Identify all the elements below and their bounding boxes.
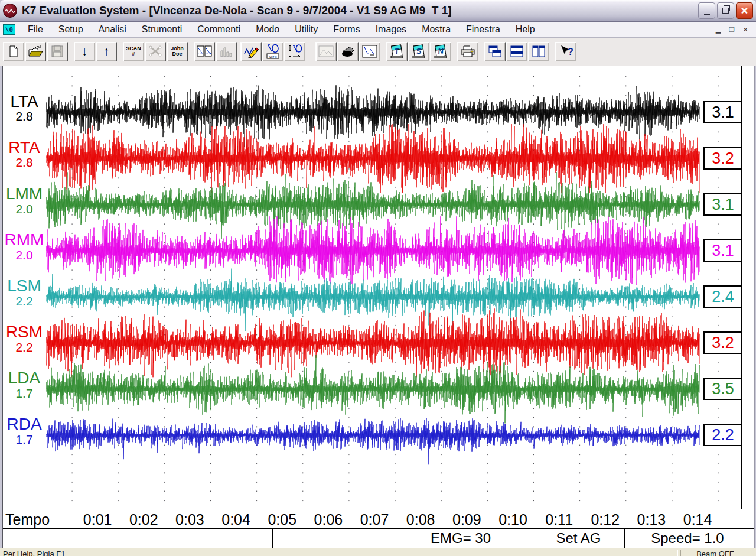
close-button[interactable]: ✕	[736, 2, 753, 19]
menu-item-images[interactable]: Images	[368, 23, 414, 36]
channel-label-lsm: LSM2.2	[3, 277, 45, 307]
mdi-minimize-button[interactable]: ▁	[714, 26, 722, 34]
annotate-button[interactable]	[240, 42, 262, 61]
dual-trace-view-button[interactable]	[194, 42, 215, 61]
notes-n-button[interactable]: N	[430, 42, 451, 61]
speed-setting: Speed= 1.0	[624, 530, 751, 547]
tile-vertical-icon	[532, 45, 546, 58]
notes-t-button[interactable]: T	[386, 42, 408, 61]
cut-button[interactable]	[145, 42, 166, 61]
mdi-window-controls: ▁ ❐ ✕	[714, 26, 753, 34]
channel-value-lmm: 3.1	[703, 193, 742, 216]
channel-value-rsm: 3.2	[703, 331, 742, 354]
scale-arrows-button[interactable]	[284, 42, 305, 61]
image-view-button[interactable]	[315, 42, 337, 61]
open-folder-icon	[28, 45, 43, 58]
scan-number-button[interactable]: SCAN#	[123, 42, 144, 61]
channel-value-rmm: 3.1	[703, 239, 742, 262]
waveform-rmm	[47, 216, 699, 285]
bar-graph-button[interactable]	[216, 42, 237, 61]
menu-item-finestra[interactable]: Finestra	[458, 23, 508, 36]
cascade-icon	[488, 45, 502, 58]
picture-icon	[318, 45, 334, 57]
time-tick-0-03: 0:03	[175, 511, 204, 528]
menu-item-help[interactable]: Help	[508, 23, 543, 36]
menu-item-analisi[interactable]: Analisi	[91, 23, 134, 36]
app-icon[interactable]	[3, 4, 17, 18]
time-tick-0-12: 0:12	[591, 511, 620, 528]
channel-value-rta: 3.2	[703, 147, 742, 170]
menubar: \0 FileSetupAnalisiStrumentiCommentiModo…	[0, 22, 756, 38]
mdi-restore-button[interactable]: ❐	[728, 26, 736, 34]
menu-item-strumenti[interactable]: Strumenti	[134, 23, 190, 36]
emg-setting: EMG= 30	[389, 530, 533, 547]
menu-item-utility[interactable]: Utility	[287, 23, 325, 36]
waveform-lta	[47, 85, 699, 147]
channel-value-lsm: 2.4	[703, 285, 742, 308]
titlebar: K7 Evaluation System - [Vincenza De-Noia…	[0, 0, 756, 22]
time-tick-0-07: 0:07	[360, 511, 389, 528]
waveform-lmm	[47, 172, 699, 239]
bar-chart-icon	[219, 45, 233, 57]
notes-s-button[interactable]: S	[408, 42, 429, 61]
open-button[interactable]	[25, 42, 46, 61]
waveform-rta	[47, 124, 699, 193]
new-button[interactable]	[3, 42, 24, 61]
tile-vertical-button[interactable]	[528, 42, 549, 61]
svg-text:VerT:: VerT:	[269, 55, 277, 58]
time-tick-0-11: 0:11	[545, 511, 573, 528]
time-tick-0-04: 0:04	[221, 511, 250, 528]
mdi-child-icon[interactable]: \0	[3, 24, 15, 35]
vertical-scale-button[interactable]: VerT:	[262, 42, 284, 61]
waveform-rsm	[47, 308, 699, 377]
minimize-button[interactable]	[698, 2, 715, 19]
channel-label-rsm: RSM2.2	[3, 323, 45, 353]
print-button[interactable]	[457, 42, 478, 61]
pencil-icon	[243, 45, 259, 58]
window-title: K7 Evaluation System - [Vincenza De-Noia…	[22, 4, 698, 17]
plot-area: Tempo 0:010:020:030:040:050:060:070:080:…	[2, 66, 755, 548]
channel-value-lda: 3.5	[703, 378, 742, 400]
menu-item-file[interactable]: File	[20, 23, 51, 36]
channel-label-rda: RDA1.7	[3, 415, 45, 446]
dual-waveform-icon	[197, 45, 212, 58]
footer-divider	[751, 529, 751, 548]
help-cursor-icon: ?	[559, 45, 573, 58]
restore-icon	[722, 8, 729, 14]
minimize-icon	[704, 14, 710, 15]
tile-horizontal-button[interactable]	[506, 42, 527, 61]
notepad-s-icon: S	[412, 44, 426, 58]
sweep-button[interactable]	[359, 42, 380, 61]
menu-item-modo[interactable]: Modo	[248, 23, 287, 36]
time-tick-0-13: 0:13	[637, 511, 666, 528]
waveform-lsm	[47, 269, 699, 331]
new-document-icon	[7, 45, 20, 58]
context-help-button[interactable]: ?	[555, 42, 576, 61]
marker-button[interactable]	[337, 42, 359, 61]
time-tick-0-05: 0:05	[268, 511, 296, 528]
ink-marker-icon	[341, 45, 355, 57]
channel-label-rta: RTA2.8	[3, 139, 45, 169]
cascade-windows-button[interactable]	[484, 42, 506, 61]
scroll-up-button[interactable]: ↑	[96, 42, 117, 61]
patient-name-button[interactable]: JohnDoe	[167, 42, 188, 61]
footer-divider	[164, 529, 164, 548]
time-tick-0-01: 0:01	[83, 511, 112, 528]
status-panel-small-2	[672, 550, 678, 556]
status-panel-small-1	[663, 550, 669, 556]
scroll-down-button[interactable]: ↓	[74, 42, 95, 61]
menu-item-forms[interactable]: Forms	[325, 23, 367, 36]
close-icon: ✕	[741, 5, 748, 17]
restore-button[interactable]	[717, 2, 734, 19]
menu-item-setup[interactable]: Setup	[51, 23, 91, 36]
mdi-close-button[interactable]: ✕	[741, 26, 750, 34]
channel-label-lta: LTA2.8	[3, 93, 45, 123]
save-button[interactable]	[47, 42, 68, 61]
time-tick-0-14: 0:14	[683, 511, 712, 528]
wave-arrow-icon	[362, 45, 377, 58]
set-ag-setting: Set AG	[533, 530, 624, 547]
tile-horizontal-icon	[510, 45, 524, 58]
waveform-arrows-icon	[287, 44, 302, 59]
menu-item-mostra[interactable]: Mostra	[414, 23, 458, 36]
menu-item-commenti[interactable]: Commenti	[190, 23, 248, 36]
